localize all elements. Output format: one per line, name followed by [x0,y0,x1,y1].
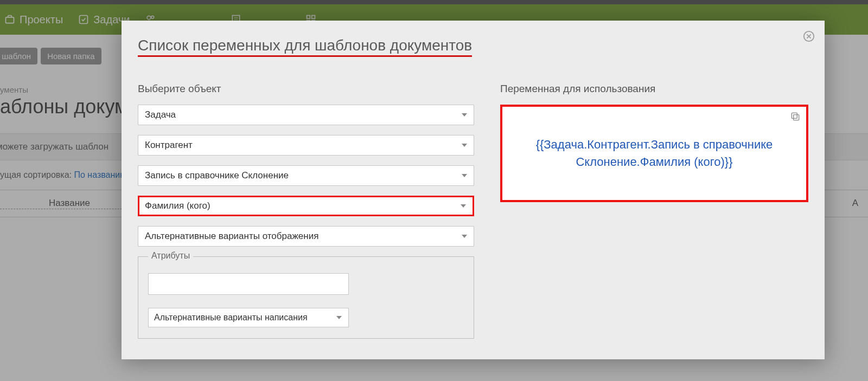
modal-title: Список переменных для шаблонов документо… [138,37,472,57]
variable-text: {{Задача.Контрагент.Запись в справочнике… [524,136,784,171]
select-task[interactable]: Задача [138,105,474,125]
svg-rect-10 [794,115,799,120]
close-button[interactable] [803,30,815,42]
attributes-fieldset: Атрибуты Альтернативные варианты написан… [138,256,474,339]
copy-icon [790,111,801,122]
svg-rect-11 [792,113,797,118]
select-alt-display[interactable]: Альтернативные варианты отображения [138,226,474,247]
select-directory-value: Запись в справочнике Склонение [145,170,289,180]
chevron-down-icon [462,235,467,238]
variable-label: Переменная для использования [500,83,808,95]
attributes-legend: Атрибуты [148,251,193,261]
chevron-down-icon [462,113,467,117]
select-object-label: Выберите объект [138,83,474,95]
attribute-input[interactable] [148,273,349,295]
chevron-down-icon [461,204,466,208]
close-icon [803,30,815,42]
select-surname-value: Фамилия (кого) [145,201,210,211]
variables-modal: Список переменных для шаблонов документо… [122,21,825,359]
select-task-value: Задача [145,109,176,120]
select-directory-record[interactable]: Запись в справочнике Склонение [138,165,474,186]
select-alt-writing[interactable]: Альтернативные варианты написания [148,308,349,327]
variable-output: {{Задача.Контрагент.Запись в справочнике… [500,105,808,202]
select-contragent[interactable]: Контрагент [138,135,474,156]
chevron-down-icon [336,316,342,319]
select-contragent-value: Контрагент [145,140,193,150]
select-alt-display-value: Альтернативные варианты отображения [145,231,318,241]
chevron-down-icon [462,144,467,147]
select-alt-writing-value: Альтернативные варианты написания [154,313,308,322]
copy-button[interactable] [790,111,801,124]
select-surname[interactable]: Фамилия (кого) [138,196,474,216]
chevron-down-icon [462,174,467,177]
